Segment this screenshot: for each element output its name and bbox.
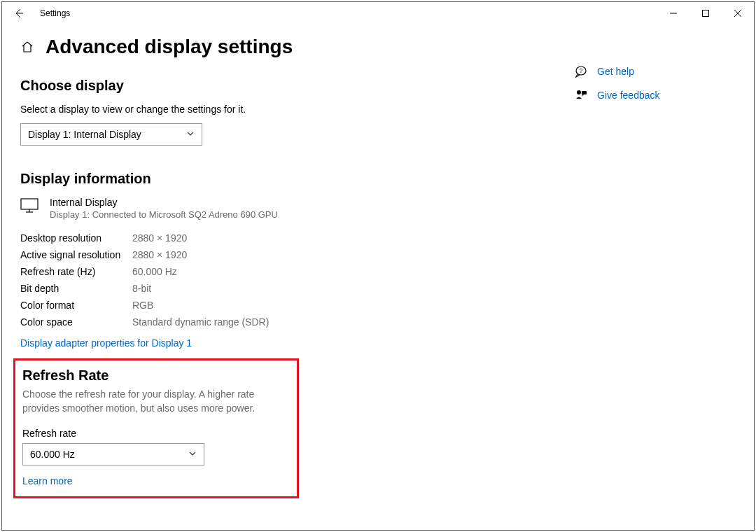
svg-rect-11: [582, 91, 587, 94]
minimize-button[interactable]: [657, 2, 690, 24]
table-row: Active signal resolution2880 × 1920: [20, 246, 575, 263]
table-row: Desktop resolution2880 × 1920: [20, 230, 575, 246]
refresh-rate-label: Refresh rate: [22, 428, 290, 439]
get-help-link[interactable]: ? Get help: [575, 65, 736, 78]
svg-point-10: [577, 90, 581, 94]
monitor-icon: [20, 197, 40, 216]
titlebar: Settings: [2, 2, 754, 24]
display-info-heading: Display information: [20, 171, 575, 187]
display-desc: Display 1: Connected to Microsoft SQ2 Ad…: [50, 209, 278, 220]
choose-display-sub: Select a display to view or change the s…: [20, 104, 575, 115]
home-icon[interactable]: [20, 40, 34, 54]
maximize-button[interactable]: [690, 2, 722, 24]
display-select[interactable]: Display 1: Internal Display: [20, 123, 202, 146]
choose-display-heading: Choose display: [20, 78, 575, 94]
table-row: Bit depth8-bit: [20, 280, 575, 297]
refresh-rate-value: 60.000 Hz: [30, 449, 75, 460]
back-button[interactable]: [10, 5, 27, 22]
display-select-value: Display 1: Internal Display: [28, 129, 141, 140]
chevron-down-icon: [186, 130, 195, 140]
refresh-rate-desc: Choose the refresh rate for your display…: [22, 388, 290, 415]
window-title: Settings: [40, 8, 70, 18]
get-help-label: Get help: [597, 66, 634, 77]
give-feedback-label: Give feedback: [597, 90, 660, 101]
svg-rect-5: [21, 199, 38, 209]
learn-more-link[interactable]: Learn more: [22, 475, 73, 486]
svg-text:?: ?: [579, 67, 582, 74]
page-title: Advanced display settings: [46, 36, 293, 58]
give-feedback-link[interactable]: Give feedback: [575, 89, 736, 102]
table-row: Refresh rate (Hz)60.000 Hz: [20, 263, 575, 280]
feedback-icon: [575, 89, 587, 102]
display-info-table: Desktop resolution2880 × 1920 Active sig…: [20, 230, 575, 330]
display-name: Internal Display: [50, 197, 278, 208]
refresh-rate-heading: Refresh Rate: [22, 368, 290, 384]
table-row: Color formatRGB: [20, 297, 575, 314]
settings-window: Settings Advanced display settings Choos…: [1, 1, 755, 531]
refresh-rate-select[interactable]: 60.000 Hz: [22, 443, 204, 465]
table-row: Color spaceStandard dynamic range (SDR): [20, 314, 575, 330]
help-icon: ?: [575, 65, 587, 78]
refresh-rate-highlight: Refresh Rate Choose the refresh rate for…: [13, 358, 299, 498]
close-button[interactable]: [722, 2, 754, 24]
svg-rect-2: [703, 10, 709, 17]
chevron-down-icon: [188, 449, 197, 460]
adapter-properties-link[interactable]: Display adapter properties for Display 1: [20, 337, 192, 349]
